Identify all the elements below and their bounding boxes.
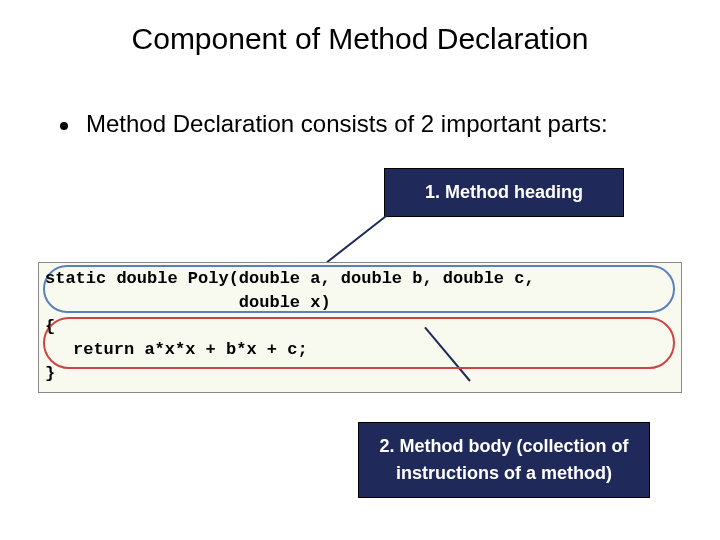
callout-body-line2: instructions of a method)	[373, 460, 635, 487]
code-line-2: double x)	[45, 291, 675, 315]
code-line-3: {	[45, 315, 675, 339]
callout-body-line1: 2. Method body (collection of	[373, 433, 635, 460]
callout-method-body: 2. Method body (collection of instructio…	[358, 422, 650, 498]
slide-title: Component of Method Declaration	[0, 0, 720, 56]
code-block: static double Poly(double a, double b, d…	[38, 262, 682, 393]
code-line-1: static double Poly(double a, double b, d…	[45, 267, 675, 291]
callout-method-heading: 1. Method heading	[384, 168, 624, 217]
bullet-item: Method Declaration consists of 2 importa…	[60, 110, 680, 138]
bullet-text: Method Declaration consists of 2 importa…	[86, 110, 608, 138]
code-line-5: }	[45, 362, 675, 386]
bullet-dot-icon	[60, 122, 68, 130]
connector-line-heading	[326, 212, 390, 263]
code-line-4: return a*x*x + b*x + c;	[45, 338, 675, 362]
